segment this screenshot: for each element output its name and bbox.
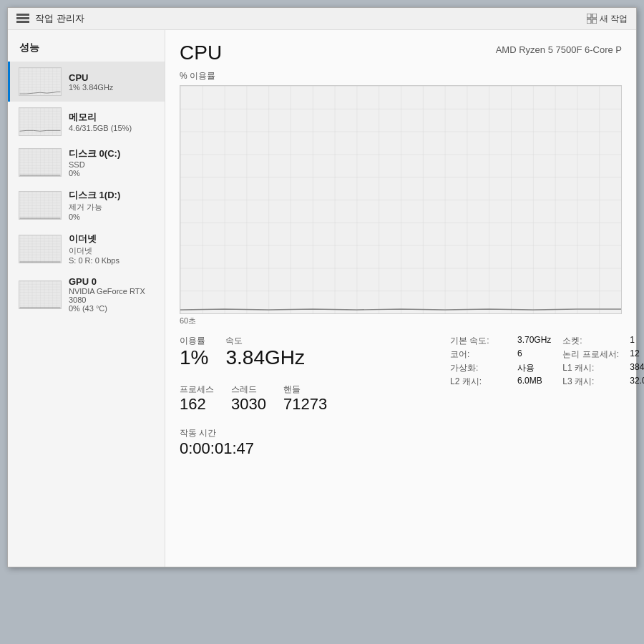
main-header: CPU AMD Ryzen 5 7500F 6-Core P xyxy=(180,42,622,64)
uptime-value: 0:00:01:47 xyxy=(180,439,436,458)
base-speed-key: 기본 속도: xyxy=(450,335,514,347)
disk0-sub2: 0% xyxy=(69,169,120,177)
svg-rect-0 xyxy=(587,14,591,18)
content-area: 성능 CPU 1% 3.84GHz xyxy=(8,30,636,567)
svg-rect-3 xyxy=(592,19,597,24)
sidebar-item-disk1[interactable]: 디스크 1(D:) 제거 가능 0% xyxy=(8,183,165,227)
gpu-sub1: NVIDIA GeForce RTX 3080 xyxy=(69,287,156,304)
logical-key: 논리 프로세서: xyxy=(562,348,627,361)
utilization-label: 이용률 xyxy=(180,335,208,347)
ethernet-sub1: 이더넷 xyxy=(69,245,119,256)
svg-rect-8 xyxy=(20,235,61,263)
stats-right: 기본 속도: 3.70GHz 소켓: 1 코어: 6 논리 프로세서: 12 xyxy=(450,335,622,458)
new-task-button[interactable]: 새 작업 xyxy=(587,13,628,25)
main-title: CPU xyxy=(180,42,222,64)
ethernet-label: 이더넷 xyxy=(69,233,119,245)
handles-label: 핸들 xyxy=(283,384,327,396)
cpu-sub: 1% 3.84GHz xyxy=(69,83,113,92)
disk0-sub1: SSD xyxy=(69,160,120,169)
disk1-label: 디스크 1(D:) xyxy=(69,189,120,202)
processes-stat: 프로세스 162 xyxy=(180,384,214,413)
l2-val: 6.0MB xyxy=(517,376,542,388)
proc-thread-handle-group: 프로세스 162 스레드 3030 핸들 71273 xyxy=(180,384,436,420)
l3-val: 32.0MB xyxy=(630,376,644,388)
virt-val: 사용 xyxy=(517,362,535,374)
speed-stat: 속도 3.84GHz xyxy=(225,335,305,369)
sidebar-item-ethernet[interactable]: 이더넷 이더넷 S: 0 R: 0 Kbps xyxy=(8,227,165,270)
sidebar-item-disk0[interactable]: 디스크 0(C:) SSD 0% xyxy=(8,142,165,183)
util-speed-group: 이용률 1% 속도 3.84GHz xyxy=(180,335,436,376)
new-task-label: 새 작업 xyxy=(600,13,628,25)
cores-key: 코어: xyxy=(450,348,514,361)
utilization-value: 1% xyxy=(180,347,208,369)
cores-row: 코어: 6 xyxy=(450,348,551,361)
base-speed-val: 3.70GHz xyxy=(517,335,551,347)
cpu-mini-graph xyxy=(19,67,62,96)
svg-rect-9 xyxy=(20,281,61,308)
threads-stat: 스레드 3030 xyxy=(231,384,266,413)
threads-value: 3030 xyxy=(231,396,266,413)
ethernet-mini-graph xyxy=(19,235,62,263)
svg-rect-4 xyxy=(20,68,61,95)
stats-section: 이용률 1% 속도 3.84GHz 프로세스 162 xyxy=(180,335,622,458)
virt-key: 가상화: xyxy=(450,362,514,374)
speed-label: 속도 xyxy=(225,335,305,347)
gpu-label: GPU 0 xyxy=(69,276,156,287)
disk1-info: 디스크 1(D:) 제거 가능 0% xyxy=(69,189,120,221)
titlebar-right: 새 작업 xyxy=(587,13,628,25)
processes-label: 프로세스 xyxy=(180,384,214,396)
main-panel: CPU AMD Ryzen 5 7500F 6-Core P % 이용률 xyxy=(165,30,636,567)
gpu-sub2: 0% (43 °C) xyxy=(69,304,156,313)
svg-rect-6 xyxy=(20,149,61,176)
svg-rect-1 xyxy=(592,14,597,18)
sidebar-section-title: 성능 xyxy=(8,37,165,62)
utilization-stat: 이용률 1% xyxy=(180,335,208,369)
threads-label: 스레드 xyxy=(231,384,266,396)
memory-info: 메모리 4.6/31.5GB (15%) xyxy=(69,111,132,132)
stats-left: 이용률 1% 속도 3.84GHz 프로세스 162 xyxy=(180,335,450,458)
l3-row: L3 캐시: 32.0MB xyxy=(562,376,644,388)
svg-rect-7 xyxy=(20,192,61,219)
processes-value: 162 xyxy=(180,396,214,413)
disk0-label: 디스크 0(C:) xyxy=(69,147,120,160)
virt-row: 가상화: 사용 xyxy=(450,362,551,374)
task-manager-window: 작업 관리자 새 작업 성능 xyxy=(7,7,637,567)
memory-mini-graph xyxy=(19,107,62,136)
logical-val: 12 xyxy=(630,348,639,361)
cpu-label: CPU xyxy=(69,72,113,83)
app-icon xyxy=(16,14,29,24)
disk0-info: 디스크 0(C:) SSD 0% xyxy=(69,147,120,177)
l2-key: L2 캐시: xyxy=(450,376,514,388)
l3-key: L3 캐시: xyxy=(562,376,627,388)
processor-name: AMD Ryzen 5 7500F 6-Core P xyxy=(496,44,622,55)
uptime-stat: 작동 시간 0:00:01:47 xyxy=(180,427,436,458)
new-task-icon xyxy=(587,14,597,24)
ethernet-sub2: S: 0 R: 0 Kbps xyxy=(69,256,119,265)
l1-val: 384KB xyxy=(630,362,644,374)
socket-key: 소켓: xyxy=(562,335,627,347)
titlebar-left: 작업 관리자 xyxy=(16,12,84,25)
cpu-info: CPU 1% 3.84GHz xyxy=(69,72,113,92)
gpu-mini-graph xyxy=(19,280,62,309)
disk1-sub2: 0% xyxy=(69,213,120,221)
svg-rect-11 xyxy=(180,86,621,313)
handles-stat: 핸들 71273 xyxy=(283,384,327,413)
titlebar: 작업 관리자 새 작업 xyxy=(8,8,636,30)
sidebar-item-gpu[interactable]: GPU 0 NVIDIA GeForce RTX 3080 0% (43 °C) xyxy=(8,270,165,318)
sidebar-item-memory[interactable]: 메모리 4.6/31.5GB (15%) xyxy=(8,102,165,142)
window-title: 작업 관리자 xyxy=(35,12,84,25)
chart-bottom-label: 60초 xyxy=(180,316,622,326)
disk1-mini-graph xyxy=(19,191,62,220)
chart-ylabel: % 이용률 xyxy=(180,70,622,82)
gpu-info: GPU 0 NVIDIA GeForce RTX 3080 0% (43 °C) xyxy=(69,276,156,313)
cpu-chart xyxy=(180,85,622,314)
l1-row: L1 캐시: 384KB xyxy=(562,362,644,374)
sidebar-item-cpu[interactable]: CPU 1% 3.84GHz xyxy=(8,62,165,102)
socket-val: 1 xyxy=(630,335,635,347)
l2-row: L2 캐시: 6.0MB xyxy=(450,376,551,388)
memory-label: 메모리 xyxy=(69,111,132,124)
sidebar: 성능 CPU 1% 3.84GHz xyxy=(8,30,165,567)
memory-sub: 4.6/31.5GB (15%) xyxy=(69,124,132,132)
disk0-mini-graph xyxy=(19,148,62,177)
speed-value: 3.84GHz xyxy=(225,347,305,369)
